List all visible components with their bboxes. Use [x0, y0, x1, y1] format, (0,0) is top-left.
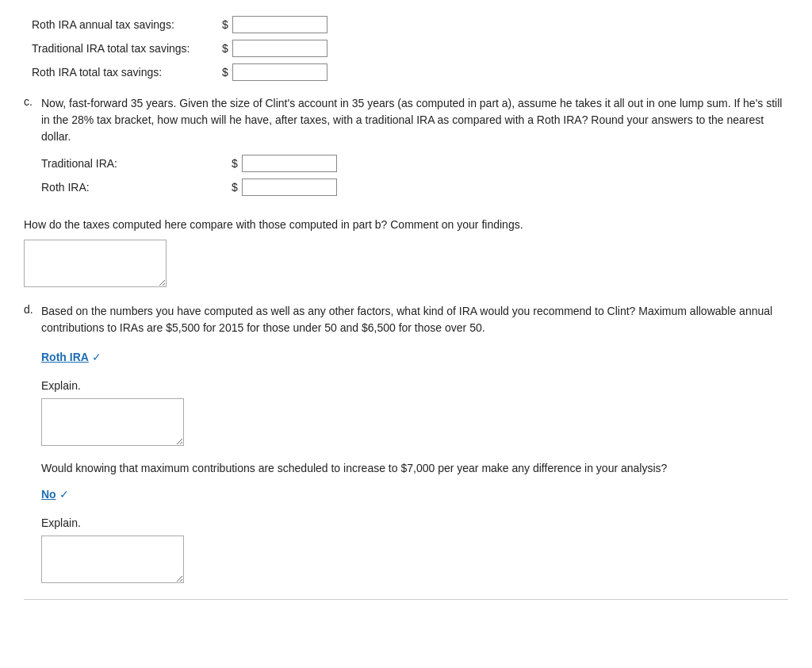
- explain-label-2: Explain.: [41, 516, 788, 529]
- traditional-total-label: Traditional IRA total tax savings:: [32, 42, 222, 55]
- compare-question: How do the taxes computed here compare w…: [24, 217, 788, 233]
- roth-total-input[interactable]: [232, 63, 327, 81]
- part-c-text: Now, fast-forward 35 years. Given the si…: [41, 95, 788, 145]
- part-d-text: Based on the numbers you have computed a…: [41, 303, 788, 336]
- page-divider: [24, 599, 788, 600]
- followup-checkmark: ✓: [59, 488, 69, 501]
- traditional-total-input[interactable]: [232, 40, 327, 57]
- explain-textarea-1[interactable]: [41, 398, 184, 446]
- followup-question: Would knowing that maximum contributions…: [41, 460, 788, 477]
- roth-total-label: Roth IRA total tax savings:: [32, 66, 222, 79]
- part-d-answer: Roth IRA: [41, 351, 89, 363]
- dollar-sign-5: $: [232, 181, 238, 194]
- part-d-checkmark: ✓: [92, 351, 102, 363]
- dollar-sign-3: $: [222, 66, 228, 79]
- part-d-letter: d.: [24, 303, 33, 316]
- roth-annual-label: Roth IRA annual tax savings:: [32, 18, 222, 31]
- explain-label-1: Explain.: [41, 379, 788, 392]
- part-c-roth-input[interactable]: [242, 179, 337, 196]
- explain-textarea-2[interactable]: [41, 536, 184, 583]
- roth-annual-input[interactable]: [232, 16, 327, 33]
- dollar-sign-4: $: [232, 157, 238, 170]
- part-c-traditional-label: Traditional IRA:: [41, 157, 232, 170]
- compare-textarea[interactable]: [24, 240, 167, 287]
- followup-answer: No: [41, 488, 56, 501]
- dollar-sign-1: $: [222, 18, 228, 31]
- part-c-letter: c.: [24, 95, 33, 108]
- dollar-sign-2: $: [222, 42, 228, 55]
- part-c-traditional-input[interactable]: [242, 155, 337, 172]
- part-c-roth-label: Roth IRA:: [41, 181, 232, 194]
